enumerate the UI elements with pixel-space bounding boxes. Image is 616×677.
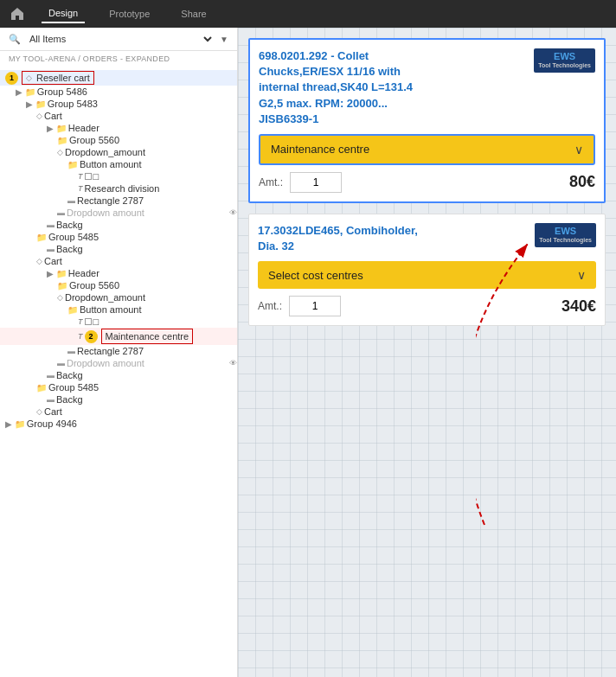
tree-item-backg-3[interactable]: ▬ Backg	[0, 369, 237, 381]
tree-item-group5560-2[interactable]: 📁 Group 5560	[0, 279, 237, 291]
backg-2-label: Backg	[56, 244, 83, 254]
product2-price: 340€	[561, 297, 596, 316]
search-icon: 🔍	[9, 34, 21, 45]
eye-icon-1: 👁	[229, 208, 237, 217]
cart1-label: Cart	[44, 111, 62, 121]
small-rect-2	[85, 318, 92, 325]
product2-dropdown-label: Select cost centres	[268, 269, 363, 282]
tree-item-t-rect-2[interactable]: T □	[0, 316, 237, 328]
t-rect-1-label: □	[93, 171, 99, 182]
tree-item-cart2[interactable]: ◇ Cart	[0, 255, 237, 267]
reseller-cart-label: Reseller cart	[36, 73, 90, 83]
tree-item-group5485-1[interactable]: 📁 Group 5485	[0, 231, 237, 243]
folder-icon-6: 📁	[36, 233, 47, 242]
diamond-icon-5: ◇	[57, 293, 63, 302]
product2-dropdown[interactable]: Select cost centres ∨	[258, 261, 596, 289]
rect2787-1-label: Rectangle 2787	[77, 195, 144, 206]
tree-item-t-rect-1[interactable]: T □	[0, 170, 237, 182]
tree-item-rect2787-1[interactable]: ▬ Rectangle 2787	[0, 195, 237, 207]
product1-amt-input[interactable]	[290, 172, 342, 193]
rect-icon-7: ▬	[47, 371, 55, 380]
tree-item-group5560-1[interactable]: 📁 Group 5560	[0, 134, 237, 146]
tree-item-backg-2[interactable]: ▬ Backg	[0, 243, 237, 255]
product2-amt-label: Amt.:	[258, 300, 282, 312]
rect-icon-2: ▬	[57, 208, 65, 217]
main-layout: 🔍 All Items ▼ MY TOOL-ARENA / ORDERS - E…	[0, 28, 616, 677]
tree-item-header2[interactable]: ▶ 📁 Header	[0, 267, 237, 279]
badge-2: 2	[85, 330, 98, 343]
product1-chevron-down-icon: ∨	[574, 143, 583, 156]
folder-icon: ▶ 📁	[16, 87, 35, 97]
tree-item-dropdown-amount-2b[interactable]: ▬ Dropdown amount 👁	[0, 357, 237, 369]
tree-item-button-amount-1[interactable]: 📁 Button amount	[0, 158, 237, 170]
tab-prototype[interactable]: Prototype	[102, 5, 157, 22]
product1-logo-brand: EWS	[538, 51, 591, 62]
product1-logo: EWS Tool Technologies	[534, 48, 595, 73]
tree-item-group5486[interactable]: ▶ 📁 Group 5486	[0, 86, 237, 98]
product2-amt-input[interactable]	[289, 296, 341, 316]
cart3-label: Cart	[44, 406, 62, 417]
folder-icon-9: 📁	[67, 305, 78, 315]
diamond-icon-4: ◇	[36, 257, 42, 265]
product1-dropdown-label: Maintenance centre	[271, 143, 369, 156]
rect-icon-3: ▬	[47, 220, 55, 229]
t-icon-2: T	[78, 184, 83, 193]
tree-item-rect2787-2[interactable]: ▬ Rectangle 2787	[0, 345, 237, 357]
diamond-icon-2: ◇	[36, 112, 42, 120]
rect-icon-4: ▬	[47, 245, 55, 253]
t-icon-3: T	[78, 317, 83, 326]
right-panel: 698.0201.292 - Collet Chucks,ER/ESX 11/1…	[238, 28, 616, 677]
folder-icon-7: ▶ 📁	[47, 269, 67, 278]
tree-item-backg-4[interactable]: ▬ Backg	[0, 393, 237, 406]
tree-item-cart1[interactable]: ◇ Cart	[0, 110, 237, 122]
rect2787-2-label: Rectangle 2787	[77, 346, 144, 356]
tree-item-group4946[interactable]: ▶ 📁 Group 4946	[0, 418, 237, 430]
folder-icon-8: 📁	[57, 281, 67, 291]
tree-item-header1[interactable]: ▶ 📁 Header	[0, 122, 237, 134]
research-division-label: Research division	[85, 183, 160, 194]
group5560-2-label: Group 5560	[69, 280, 119, 291]
folder-icon-5: 📁	[67, 160, 78, 169]
tab-design[interactable]: Design	[42, 4, 85, 23]
tab-share[interactable]: Share	[174, 5, 213, 22]
diamond-icon: ◇	[26, 73, 32, 82]
chevron-down-icon: ▼	[220, 35, 228, 44]
tree-item-group5485-2[interactable]: 📁 Group 5485	[0, 381, 237, 393]
tree-item-reseller-cart[interactable]: 1 ◇ Reseller cart	[0, 70, 237, 86]
backg-1-label: Backg	[56, 220, 83, 230]
header2-label: Header	[68, 268, 99, 278]
maintenance-centre-label: Maintenance centre	[106, 331, 189, 342]
badge-1: 1	[5, 72, 18, 85]
product1-title: 698.0201.292 - Collet Chucks,ER/ESX 11/1…	[259, 48, 432, 127]
product1-amount-row: Amt.: 80€	[259, 172, 595, 193]
backg-4-label: Backg	[56, 394, 83, 405]
dropdown-amount-1-label: Dropdown_amount	[65, 147, 145, 157]
header1-label: Header	[68, 123, 99, 133]
home-icon[interactable]	[10, 7, 24, 21]
tree-item-research-division[interactable]: T Research division	[0, 182, 237, 195]
all-items-select[interactable]: All Items	[26, 33, 215, 45]
product1-dropdown[interactable]: Maintenance centre ∨	[259, 134, 595, 165]
left-panel-header: 🔍 All Items ▼	[0, 28, 237, 51]
cart2-label: Cart	[44, 256, 62, 266]
product2-amount-row: Amt.: 340€	[258, 296, 596, 316]
tree-item-group5483[interactable]: ▶ 📁 Group 5483	[0, 98, 237, 110]
tree-item-dropdown-amount-1b[interactable]: ▬ Dropdown amount 👁	[0, 207, 237, 219]
breadcrumb: MY TOOL-ARENA / ORDERS - EXPANDED	[0, 51, 237, 67]
product1-logo-sub: Tool Technologies	[538, 62, 591, 69]
tree-item-dropdown-amount-2[interactable]: ◇ Dropdown_amount	[0, 291, 237, 303]
t-icon-4: T	[78, 332, 83, 341]
product1-price: 80€	[569, 173, 595, 191]
product2-logo-sub: Tool Technologies	[539, 237, 592, 244]
tree-item-dropdown-amount-1[interactable]: ◇ Dropdown_amount	[0, 146, 237, 158]
product2-header: 17.3032LDE465, Combiholder, Dia. 32 EWS …	[258, 223, 596, 254]
folder-icon-10: 📁	[36, 383, 47, 393]
product2-logo: EWS Tool Technologies	[535, 223, 596, 247]
group5483-label: Group 5483	[48, 99, 98, 109]
tree-item-cart3[interactable]: ◇ Cart	[0, 406, 237, 418]
canvas-grid: 698.0201.292 - Collet Chucks,ER/ESX 11/1…	[238, 28, 616, 677]
group5486-label: Group 5486	[37, 86, 87, 97]
tree-item-backg-1[interactable]: ▬ Backg	[0, 219, 237, 231]
tree-item-maintenance-centre[interactable]: T 2 Maintenance centre	[0, 328, 237, 345]
tree-item-button-amount-2[interactable]: 📁 Button amount	[0, 303, 237, 316]
